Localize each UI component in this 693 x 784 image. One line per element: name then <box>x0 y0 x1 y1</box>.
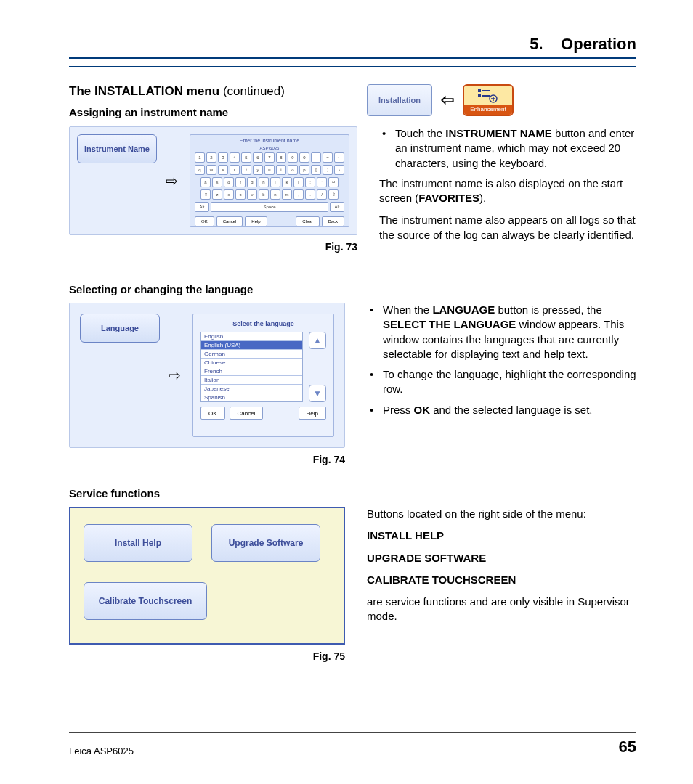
language-row[interactable]: Japanese <box>201 385 302 393</box>
section1-para-3: The instrument name also appears on all … <box>379 213 636 242</box>
install-help-button[interactable]: Install Help <box>84 524 192 562</box>
language-list[interactable]: English English (USA) German Chinese Fre… <box>200 332 303 402</box>
keyboard-help-button[interactable]: Help <box>245 216 267 226</box>
installation-button[interactable]: Installation <box>367 84 432 116</box>
footer-page-number: 65 <box>619 738 636 756</box>
scroll-down-button[interactable]: ▼ <box>309 385 326 402</box>
svg-rect-0 <box>478 89 481 92</box>
arrow-right-icon: ⇨ <box>166 172 178 189</box>
scroll-up-button[interactable]: ▲ <box>309 332 326 349</box>
section2-bullet-2: To change the language, highlight the co… <box>367 367 636 397</box>
keyboard-cancel-button[interactable]: Cancel <box>216 216 243 226</box>
language-row[interactable]: French <box>201 367 302 376</box>
keyboard-field-value: ASP 6025 <box>195 146 344 150</box>
keyboard-row-1[interactable]: 1234567890-=← <box>195 152 344 163</box>
keyboard-title: Enter the instrument name <box>195 138 344 144</box>
language-help-button[interactable]: Help <box>299 407 326 420</box>
section2-bullet-3: Press OK and the selected language is se… <box>367 403 636 417</box>
keyboard-row-4[interactable]: ⇧zxcvbnm,./⇧ <box>195 189 344 200</box>
section3-label-2: UPGRADE SOFTWARE <box>367 552 486 564</box>
arrow-right-icon: ⇨ <box>169 367 181 384</box>
language-row-selected[interactable]: English (USA) <box>201 341 302 350</box>
section3-para-1: Buttons located on the right side of the… <box>367 507 636 521</box>
svg-rect-2 <box>478 94 481 97</box>
enhancement-label: Enhancement <box>464 105 512 115</box>
keyboard-row-3[interactable]: asdfghjkl;'↵ <box>195 177 344 187</box>
section3-label-3: CALIBRATE TOUCHSCREEN <box>367 573 516 586</box>
language-row[interactable]: Spanish <box>201 393 302 401</box>
language-row[interactable]: Italian <box>201 376 302 385</box>
figure-75: Install Help Upgrade Software Calibrate … <box>69 507 345 645</box>
enhancement-icon[interactable]: Enhancement <box>463 84 514 116</box>
calibrate-touchscreen-button[interactable]: Calibrate Touchscreen <box>84 582 207 620</box>
section1-title: Assigning an instrument name <box>69 106 345 118</box>
upgrade-software-button[interactable]: Upgrade Software <box>211 524 320 562</box>
keyboard-back-button[interactable]: Back <box>322 216 344 226</box>
installation-menu-title: The INSTALLATION menu (continued) <box>69 84 345 99</box>
section2-bullet-1: When the LANGUAGE button is pressed, the… <box>367 303 636 362</box>
section3-label-1: INSTALL HELP <box>367 529 444 542</box>
keyboard-row-space[interactable]: Alt Space Alt <box>195 202 344 212</box>
figure-74-caption: Fig. 74 <box>69 454 345 465</box>
footer-product: Leica ASP6025 <box>69 746 134 756</box>
language-row[interactable]: German <box>201 350 302 359</box>
language-panel: Select the language English English (USA… <box>192 314 334 437</box>
figure-75-caption: Fig. 75 <box>69 650 345 662</box>
section2-title: Selecting or changing the language <box>69 283 636 295</box>
section1-bullet-1: Touch the INSTRUMENT NAME button and ent… <box>379 126 636 171</box>
instrument-name-button[interactable]: Instrument Name <box>77 134 157 163</box>
chapter-title: Operation <box>561 35 636 53</box>
language-cancel-button[interactable]: Cancel <box>230 407 264 420</box>
language-row[interactable]: English <box>201 332 302 341</box>
page-header: 5. Operation <box>69 35 636 59</box>
arrow-left-icon: ⇦ <box>441 89 454 111</box>
figure-73: Instrument Name ⇨ Enter the instrument n… <box>69 126 357 235</box>
figure-74: Language ⇨ Select the language English E… <box>69 303 345 448</box>
keyboard-ok-button[interactable]: OK <box>195 216 214 226</box>
keyboard-row-2[interactable]: qwertyuiop[]\ <box>195 165 344 175</box>
keyboard-clear-button[interactable]: Clear <box>296 216 319 226</box>
language-panel-title: Select the language <box>200 320 326 327</box>
page-footer: Leica ASP6025 65 <box>69 732 636 756</box>
language-row[interactable]: Chinese <box>201 359 302 367</box>
section3-para-2: are service functions and are only visib… <box>367 595 636 624</box>
section3-title: Service functions <box>69 487 636 499</box>
language-ok-button[interactable]: OK <box>200 407 225 420</box>
section1-para-2: The instrument name is also displayed on… <box>379 176 636 206</box>
chapter-number: 5. <box>530 35 543 53</box>
language-button[interactable]: Language <box>80 314 160 343</box>
keyboard-panel: Enter the instrument name ASP 6025 12345… <box>190 134 349 227</box>
figure-73-caption: Fig. 73 <box>69 241 357 253</box>
